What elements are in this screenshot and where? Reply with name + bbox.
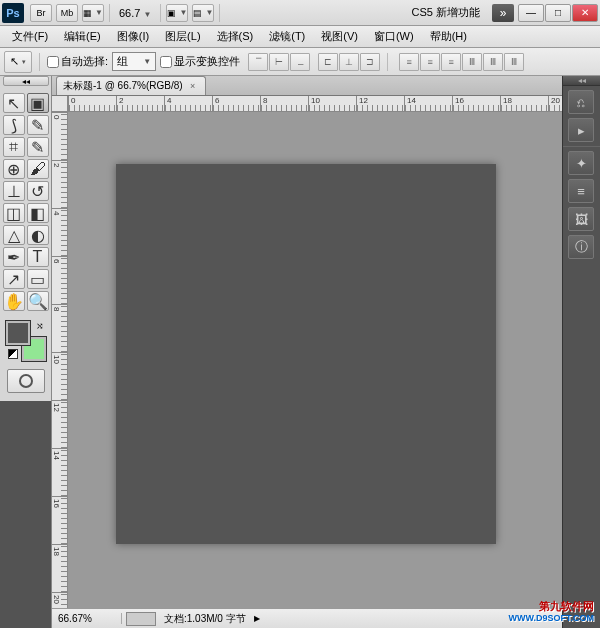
align-vcenter-button[interactable]: ⊢: [269, 53, 289, 71]
zoom-level-display[interactable]: 66.7▼: [113, 7, 157, 19]
status-bar: 66.67% 文档:1.03M/0 字节 ▶: [52, 608, 562, 628]
menu-图层[interactable]: 图层(L): [157, 26, 208, 47]
menu-选择[interactable]: 选择(S): [209, 26, 262, 47]
menu-bar: 文件(F)编辑(E)图像(I)图层(L)选择(S)滤镜(T)视图(V)窗口(W)…: [0, 26, 600, 48]
actions-panel-icon[interactable]: ▸: [568, 118, 594, 142]
color-panel-icon[interactable]: ⓘ: [568, 235, 594, 259]
menu-视图[interactable]: 视图(V): [313, 26, 366, 47]
screen-mode-button[interactable]: ▦▼: [82, 4, 104, 22]
align-left-button[interactable]: ⊏: [318, 53, 338, 71]
pen-tool[interactable]: ✒: [3, 247, 25, 267]
crop-tool[interactable]: ⌗: [3, 137, 25, 157]
minibridge-button[interactable]: Mb: [56, 4, 78, 22]
ruler-origin[interactable]: [52, 96, 68, 112]
healing-tool[interactable]: ⊕: [3, 159, 25, 179]
dist-hcenter-button[interactable]: Ⅲ: [483, 53, 503, 71]
history-brush-tool[interactable]: ↺: [27, 181, 49, 201]
align-top-button[interactable]: ⎺: [248, 53, 268, 71]
menu-图像[interactable]: 图像(I): [109, 26, 157, 47]
dodge-tool[interactable]: ◐: [27, 225, 49, 245]
extras-button[interactable]: ▤▼: [192, 4, 214, 22]
title-bar: Ps Br Mb ▦▼ 66.7▼ ▣▼ ▤▼ CS5 新增功能 » — □ ✕: [0, 0, 600, 26]
dist-bottom-button[interactable]: ≡: [441, 53, 461, 71]
info-panel-icon[interactable]: 🖼: [568, 207, 594, 231]
quick-mask-button[interactable]: [7, 369, 45, 393]
status-doc-info[interactable]: 文档:1.03M/0 字节: [160, 612, 250, 626]
type-tool[interactable]: T: [27, 247, 49, 267]
gradient-tool[interactable]: ◧: [27, 203, 49, 223]
document-tab[interactable]: 未标题-1 @ 66.7%(RGB/8) ×: [56, 76, 206, 95]
color-swatches: ⤭: [6, 321, 46, 361]
canvas-viewport[interactable]: [68, 112, 562, 608]
tool-panel: ◂◂ ↖▣⟆✎⌗✎⊕🖌⊥↺◫◧△◐✒T↗▭✋🔍 ⤭: [0, 76, 52, 628]
arrange-button[interactable]: ▣▼: [166, 4, 188, 22]
current-tool-icon[interactable]: ↖▾: [4, 51, 32, 73]
status-zoom[interactable]: 66.67%: [52, 613, 122, 624]
hscroll-track[interactable]: [126, 612, 156, 626]
menu-窗口[interactable]: 窗口(W): [366, 26, 422, 47]
close-tab-icon[interactable]: ×: [187, 80, 199, 92]
zoom-tool[interactable]: 🔍: [27, 291, 49, 311]
menu-滤镜[interactable]: 滤镜(T): [261, 26, 313, 47]
auto-select-type-dropdown[interactable]: 组▼: [112, 52, 156, 71]
histogram-panel-icon[interactable]: ≡: [568, 179, 594, 203]
options-bar: ↖▾ 自动选择: 组▼ 显示变换控件 ⎺ ⊢ ⎽ ⊏ ⊥ ⊐ ≡ ≡ ≡ Ⅲ Ⅲ…: [0, 48, 600, 76]
maximize-button[interactable]: □: [545, 4, 571, 22]
auto-select-checkbox[interactable]: 自动选择:: [47, 54, 108, 69]
document-tab-bar: 未标题-1 @ 66.7%(RGB/8) ×: [52, 76, 562, 96]
brush-tool[interactable]: 🖌: [27, 159, 49, 179]
menu-帮助[interactable]: 帮助(H): [422, 26, 475, 47]
show-transform-checkbox[interactable]: 显示变换控件: [160, 54, 240, 69]
hand-tool[interactable]: ✋: [3, 291, 25, 311]
swap-colors-icon[interactable]: ⤭: [36, 321, 44, 331]
blur-tool[interactable]: △: [3, 225, 25, 245]
eraser-tool[interactable]: ◫: [3, 203, 25, 223]
panel-dock: ◂◂ ⎌▸ ✦≡🖼ⓘ: [562, 76, 600, 628]
eyedropper-tool[interactable]: ✎: [27, 137, 49, 157]
lasso-tool[interactable]: ⟆: [3, 115, 25, 135]
quick-select-tool[interactable]: ✎: [27, 115, 49, 135]
canvas[interactable]: [116, 164, 496, 544]
status-menu-icon[interactable]: ▶: [254, 614, 260, 623]
bridge-button[interactable]: Br: [30, 4, 52, 22]
default-colors-icon[interactable]: [8, 349, 18, 359]
dist-top-button[interactable]: ≡: [399, 53, 419, 71]
menu-文件[interactable]: 文件(F): [4, 26, 56, 47]
align-right-button[interactable]: ⊐: [360, 53, 380, 71]
ruler-horizontal[interactable]: 0246810121416182022: [68, 96, 562, 112]
workspace: ◂◂ ↖▣⟆✎⌗✎⊕🖌⊥↺◫◧△◐✒T↗▭✋🔍 ⤭ 未标题-1 @ 66.7%(…: [0, 76, 600, 628]
watermark: 第九软件网 WWW.D9SOFT.COM: [509, 600, 595, 624]
move-tool[interactable]: ↖: [3, 93, 25, 113]
align-bottom-button[interactable]: ⎽: [290, 53, 310, 71]
foreground-color-swatch[interactable]: [6, 321, 30, 345]
expand-workspace-button[interactable]: »: [492, 4, 514, 22]
close-button[interactable]: ✕: [572, 4, 598, 22]
navigator-panel-icon[interactable]: ✦: [568, 151, 594, 175]
toolbox-collapse-button[interactable]: ◂◂: [3, 76, 49, 86]
shape-tool[interactable]: ▭: [27, 269, 49, 289]
path-select-tool[interactable]: ↗: [3, 269, 25, 289]
workspace-selector[interactable]: CS5 新增功能: [402, 3, 490, 22]
minimize-button[interactable]: —: [518, 4, 544, 22]
stamp-tool[interactable]: ⊥: [3, 181, 25, 201]
history-panel-icon[interactable]: ⎌: [568, 90, 594, 114]
menu-编辑[interactable]: 编辑(E): [56, 26, 109, 47]
ps-logo-icon: Ps: [2, 3, 24, 23]
align-hcenter-button[interactable]: ⊥: [339, 53, 359, 71]
canvas-wrap: 0246810121416182022 02468101214161820 66…: [52, 96, 562, 628]
dist-left-button[interactable]: Ⅲ: [462, 53, 482, 71]
ruler-vertical[interactable]: 02468101214161820: [52, 112, 68, 608]
dist-right-button[interactable]: Ⅲ: [504, 53, 524, 71]
document-area: 未标题-1 @ 66.7%(RGB/8) × 02468101214161820…: [52, 76, 562, 628]
dock-expand-button[interactable]: ◂◂: [563, 76, 600, 86]
dist-vcenter-button[interactable]: ≡: [420, 53, 440, 71]
marquee-tool[interactable]: ▣: [27, 93, 49, 113]
